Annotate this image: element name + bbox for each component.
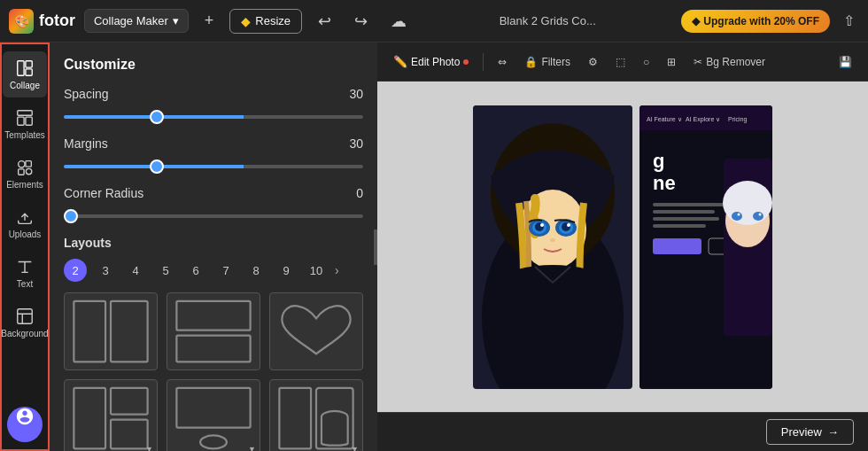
svg-point-53	[753, 212, 763, 221]
layout-num-5[interactable]: 5	[154, 259, 177, 282]
edit-photo-icon: ✏️	[393, 55, 407, 68]
svg-rect-12	[111, 301, 148, 362]
svg-rect-43	[653, 203, 724, 206]
layout-thumb-4[interactable]: ▼	[64, 379, 158, 451]
edit-active-dot	[463, 59, 469, 65]
margins-value: 30	[349, 136, 363, 151]
customize-panel: Customize Spacing 30 Margins 30 Corner R…	[50, 43, 377, 451]
corner-radius-slider[interactable]	[64, 214, 363, 218]
preview-label: Preview	[781, 425, 822, 439]
uploads-icon	[15, 207, 35, 227]
svg-rect-11	[74, 301, 105, 362]
chevron-down-icon: ▾	[173, 14, 179, 27]
sidebar-item-uploads[interactable]: Uploads	[3, 200, 47, 246]
layout-thumb-5[interactable]: ▼	[167, 379, 260, 451]
mode-label: Collage Maker	[94, 14, 168, 27]
layout-numbers: 2 3 4 5 6 7 8 9 10 ›	[64, 259, 363, 282]
resize-button[interactable]: ◆ Resize	[229, 9, 302, 34]
sidebar-item-text[interactable]: Text	[3, 250, 47, 296]
layout-num-3[interactable]: 3	[94, 259, 117, 282]
canvas-area: ✏️ Edit Photo ⇔ 🔒 Filters ⚙ ⬚ ○ ⊞	[377, 43, 868, 451]
sidebar-item-uploads-label: Uploads	[9, 229, 42, 239]
spacing-value: 30	[349, 87, 363, 101]
layout-thumb-heart[interactable]	[269, 292, 363, 370]
edit-photo-button[interactable]: ✏️ Edit Photo	[386, 51, 476, 73]
topbar: 🎨 fotor Collage Maker ▾ + ◆ Resize ↩ ↪ ☁…	[0, 0, 868, 43]
upload-cloud-button[interactable]: ☁	[384, 7, 414, 35]
svg-point-34	[550, 238, 555, 242]
panel-collapse-button[interactable]: ‹	[374, 229, 377, 265]
layout-num-8[interactable]: 8	[244, 259, 267, 282]
circle-button[interactable]: ○	[636, 51, 656, 73]
mode-dropdown[interactable]: Collage Maker ▾	[84, 9, 189, 33]
logo-icon: 🎨	[9, 9, 34, 34]
layout-thumb-1[interactable]	[64, 292, 158, 370]
lock-button[interactable]: 🔒 Filters	[517, 51, 577, 73]
margins-label: Margins	[64, 136, 108, 151]
upgrade-button[interactable]: ◆ Upgrade with 20% OFF	[681, 10, 830, 33]
layout-thumb-6[interactable]: ▼	[269, 379, 363, 451]
spacing-slider[interactable]	[64, 115, 363, 119]
preview-button[interactable]: Preview →	[766, 419, 854, 445]
layout-thumb-2[interactable]	[167, 292, 260, 370]
panel-title: Customize	[64, 57, 363, 73]
svg-text:ne: ne	[653, 172, 676, 194]
save-icon: 💾	[839, 56, 852, 68]
upgrade-label: Upgrade with 20% OFF	[703, 15, 819, 27]
sidebar-item-elements[interactable]: Elements	[3, 151, 47, 197]
fit-button[interactable]: ⇔	[491, 51, 514, 73]
crop-button[interactable]: ⬚	[608, 51, 632, 73]
spacing-label: Spacing	[64, 87, 109, 101]
sidebar-item-brand[interactable]	[7, 407, 43, 442]
bg-remover-button[interactable]: ✂ Bg Remover	[686, 51, 772, 73]
corner-radius-control-row: Corner Radius 0	[64, 186, 363, 200]
corner-radius-value: 0	[356, 186, 363, 200]
svg-rect-13	[176, 301, 250, 330]
brand-icon	[15, 407, 35, 426]
sidebar-item-templates[interactable]: Templates	[3, 101, 47, 147]
collage-image-left[interactable]	[473, 105, 632, 389]
layout-num-2[interactable]: 2	[64, 259, 87, 282]
svg-point-51	[723, 181, 772, 225]
spacing-slider-container	[64, 106, 363, 122]
document-title: Blank 2 Grids Co...	[500, 14, 596, 27]
resize-label: Resize	[255, 14, 291, 27]
lock-icon: 🔒	[524, 56, 538, 68]
layout-num-9[interactable]: 9	[275, 259, 298, 282]
svg-rect-7	[26, 161, 31, 167]
templates-icon	[15, 108, 35, 128]
sidebar-item-background-label: Background	[1, 329, 48, 338]
sidebar-item-collage[interactable]: Collage	[3, 51, 47, 97]
collage-image-right[interactable]: AI Feature ∨ AI Explore ∨ Pricing g ne	[639, 105, 772, 389]
corner-radius-slider-container	[64, 206, 363, 222]
sidebar-item-background[interactable]: Background	[3, 299, 47, 346]
layouts-section: Layouts 2 3 4 5 6 7 8 9 10 ›	[64, 236, 363, 451]
margins-slider[interactable]	[64, 165, 363, 168]
layout-num-4[interactable]: 4	[124, 259, 147, 282]
layout-num-7[interactable]: 7	[214, 259, 237, 282]
add-button[interactable]: +	[198, 7, 221, 35]
layout-num-10[interactable]: 10	[305, 259, 328, 282]
collage-container: AI Feature ∨ AI Explore ∨ Pricing g ne	[455, 82, 790, 412]
layout-num-6[interactable]: 6	[184, 259, 207, 282]
grid-button[interactable]: ⊞	[660, 51, 683, 73]
svg-rect-44	[653, 210, 715, 214]
svg-rect-15	[74, 388, 105, 448]
background-icon	[15, 307, 35, 326]
share-button[interactable]: ⇧	[839, 8, 859, 34]
svg-text:g: g	[653, 150, 664, 172]
margins-control-row: Margins 30	[64, 136, 363, 151]
diamond-upgrade-icon: ◆	[692, 15, 700, 27]
svg-rect-20	[279, 388, 311, 448]
svg-rect-8	[19, 169, 24, 175]
redo-button[interactable]: ↪	[347, 7, 375, 35]
undo-button[interactable]: ↩	[311, 7, 338, 35]
layouts-next-icon[interactable]: ›	[335, 263, 339, 277]
save-icon-button[interactable]: 💾	[832, 51, 859, 73]
svg-point-19	[200, 436, 227, 449]
adjust-button[interactable]: ⚙	[581, 51, 605, 73]
svg-text:Pricing: Pricing	[728, 116, 748, 123]
layout-thumbnails-grid: ▼ ▼ ▼	[64, 292, 363, 451]
svg-rect-16	[111, 388, 148, 415]
preview-arrow-icon: →	[827, 425, 839, 439]
